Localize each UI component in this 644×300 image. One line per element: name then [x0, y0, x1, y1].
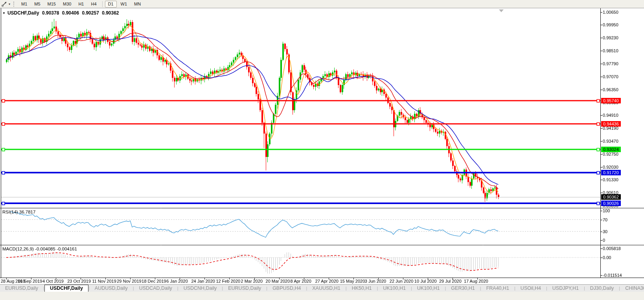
- macd-value-signal: -0.004161: [57, 247, 77, 251]
- mt4-window: ▾ M1M5M15M30H1H4D1W1MN ▼USDCHF,Daily 0.9…: [0, 0, 644, 300]
- price-tick-label: 0.92750: [603, 151, 634, 157]
- date-tick-label: 16 Sep 2019: [18, 279, 42, 283]
- rsi-tick-label: 0: [603, 237, 634, 243]
- chart-symbol: USDCHF,Daily: [7, 10, 39, 16]
- tab-uk100-h1-9[interactable]: UK100,H1: [378, 285, 411, 292]
- date-tick-label: 6 Jan 2020: [166, 279, 188, 283]
- tab-usdcad-daily-3[interactable]: USDCAD,Daily: [134, 285, 177, 292]
- timeframe-button-mn[interactable]: MN: [131, 1, 144, 7]
- date-tick-label: 4 Oct 2019: [42, 279, 64, 283]
- rsi-tick-label: 100: [603, 208, 634, 213]
- macd-tick-label: 0.005818: [603, 246, 634, 251]
- line-tools-button[interactable]: ▾: [1, 1, 11, 7]
- tab-eurusd-daily-0[interactable]: EURUSD,Daily: [0, 285, 43, 292]
- date-tick-label: 3 Jun 2020: [365, 279, 386, 283]
- tab-uk100-h1-10[interactable]: UK100,H1: [412, 285, 445, 292]
- tab-ger30-h1-11[interactable]: GER30,H1: [446, 285, 480, 292]
- ohlc-high: 0.90406: [62, 10, 79, 16]
- date-tick-label: 22 Jun 2020: [390, 279, 414, 283]
- level-badge-0.93024: 0.93024: [601, 147, 621, 152]
- date-tick-label: 29 Nov 2019: [117, 279, 141, 283]
- chart-shift-marker-icon[interactable]: [499, 9, 504, 12]
- date-tick-label: 27 Apr 2020: [315, 279, 339, 283]
- price-tick-label: 0.99950: [603, 22, 634, 28]
- tab-usdjpy-h1-14[interactable]: USDJPY,H1: [547, 285, 584, 292]
- date-tick-label: 12 Feb 2020: [216, 279, 240, 283]
- tab-eurusd-daily-5[interactable]: EURUSD,Daily: [223, 285, 266, 292]
- price-tick-label: 0.91330: [603, 177, 634, 182]
- price-tick-label: 1.00650: [603, 9, 634, 15]
- date-tick-label: 18 Dec 2019: [142, 279, 166, 283]
- collapse-triangle-icon[interactable]: ▼: [2, 11, 6, 15]
- trendline-tool-icon: [2, 1, 8, 7]
- level-badge-0.95740: 0.95740: [601, 98, 621, 103]
- timeframe-button-m15[interactable]: M15: [44, 1, 59, 7]
- rsi-label: RSI(14) 36.7817: [2, 210, 35, 214]
- tab-china300-h1-16[interactable]: CHINA300,H1: [620, 285, 644, 292]
- timeframe-buttons: M1M5M15M30H1H4D1W1MN: [18, 1, 144, 7]
- date-tick-label: 17 Aug 2020: [464, 279, 488, 283]
- tab-xauusd-h1-7[interactable]: XAUUSD,H1: [307, 285, 346, 292]
- price-tick-label: 0.97070: [603, 74, 634, 79]
- ohlc-open: 0.90378: [42, 10, 59, 16]
- tab-usoil-h4-13[interactable]: USOil,H4: [515, 285, 546, 292]
- tab-dj30-daily-15[interactable]: DJ30,Daily: [585, 285, 619, 292]
- timeframe-button-m30[interactable]: M30: [60, 1, 74, 7]
- price-tick-label: 0.92030: [603, 164, 634, 170]
- ohlc-close: 0.90362: [102, 10, 119, 16]
- rsi-value: 36.7817: [19, 210, 36, 214]
- level-badge-0.94436: 0.94436: [601, 121, 621, 127]
- chart-canvas[interactable]: [0, 0, 644, 300]
- date-tick-label: 24 Jan 2020: [191, 279, 215, 283]
- tab-usdchf-daily-1[interactable]: USDCHF,Daily: [44, 285, 88, 292]
- date-tick-label: 23 Oct 2019: [67, 279, 91, 283]
- tab-gbpusd-h4-6[interactable]: GBPUSD,H4: [267, 285, 306, 292]
- status-bar: [0, 292, 644, 300]
- rsi-tick-label: 70: [603, 217, 634, 223]
- date-tick-label: 2 Mar 2020: [241, 279, 263, 283]
- date-tick-label: 10 Jul 2020: [414, 279, 437, 283]
- price-tick-label: 0.96350: [603, 87, 634, 92]
- current-price-badge: 0.90362: [601, 194, 621, 200]
- symbol-tab-bar: EURUSD,Daily|USDCHF,Daily|AUDUSD,Daily|U…: [0, 284, 644, 292]
- chart-title: ▼USDCHF,Daily 0.90378 0.90406 0.90257 0.…: [2, 10, 121, 16]
- level-badge-0.91720: 0.91720: [601, 170, 621, 175]
- macd-tick-label: -0.011514: [603, 272, 634, 278]
- level-badge-0.90026: 0.90026: [601, 201, 621, 206]
- date-tick-label: 15 May 2020: [340, 279, 365, 283]
- toolbar-grip[interactable]: [13, 2, 15, 7]
- price-tick-label: 0.99230: [603, 35, 634, 40]
- toolbar-separator: [102, 1, 103, 7]
- chevron-down-icon: ▾: [9, 2, 10, 6]
- ohlc-low: 0.90257: [82, 10, 99, 16]
- rsi-name: RSI(14): [2, 210, 18, 214]
- date-tick-label: 20 Mar 2020: [266, 279, 290, 283]
- macd-name: MACD(12,26,9): [2, 247, 34, 251]
- timeframe-button-h4[interactable]: H4: [88, 1, 99, 7]
- tab-audusd-daily-2[interactable]: AUDUSD,Daily: [90, 285, 133, 292]
- tab-hk50-h1-8[interactable]: HK50,H1: [347, 285, 377, 292]
- price-tick-label: 0.97790: [603, 61, 634, 66]
- date-tick-label: 8 Apr 2020: [291, 279, 311, 283]
- macd-label: MACD(12,26,9) -0.004085 -0.004161: [2, 247, 77, 251]
- timeframe-button-m5[interactable]: M5: [31, 1, 43, 7]
- price-tick-label: 0.94910: [603, 112, 634, 118]
- timeframe-button-h1[interactable]: H1: [75, 1, 87, 7]
- date-tick-label: 29 Jul 2020: [439, 279, 462, 283]
- price-tick-label: 0.98510: [603, 48, 634, 53]
- date-tick-label: 11 Nov 2019: [92, 279, 116, 283]
- price-tick-label: 0.93470: [603, 138, 634, 144]
- macd-value-main: -0.004085: [35, 247, 55, 251]
- tab-fra40-h1-12[interactable]: FRA40,H1: [481, 285, 514, 292]
- timeframe-button-d1[interactable]: D1: [105, 1, 117, 7]
- timeframe-button-w1[interactable]: W1: [118, 1, 131, 7]
- tab-usdcnh-daily-4[interactable]: USDCNH,Daily: [178, 285, 222, 292]
- toolbar: ▾ M1M5M15M30H1H4D1W1MN: [0, 0, 644, 8]
- rsi-tick-label: 30: [603, 229, 634, 234]
- macd-tick-label: 0.00: [603, 255, 634, 260]
- timeframe-button-m1[interactable]: M1: [18, 1, 30, 7]
